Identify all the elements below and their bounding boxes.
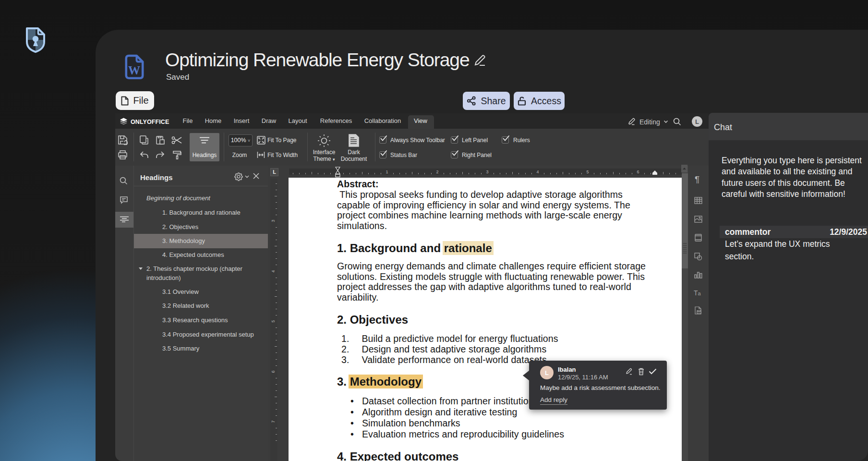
svg-text:W: W xyxy=(128,64,140,77)
